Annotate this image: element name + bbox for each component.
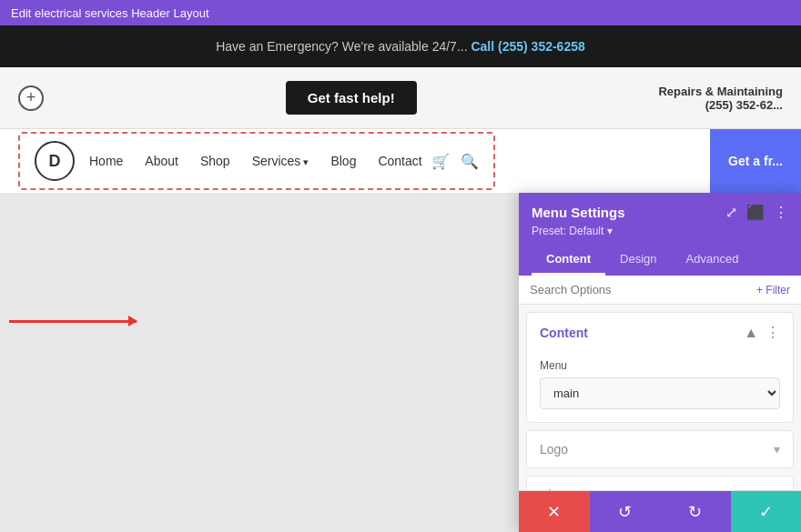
panel-header: Menu Settings ⤢ ⬛ ⋮ Preset: Default ▾ Co…	[519, 193, 801, 276]
redo-button[interactable]: ↻	[660, 491, 731, 532]
nav-contact[interactable]: Contact	[378, 154, 421, 168]
emergency-phone: Call (255) 352-6258	[471, 39, 584, 54]
nav-links: Home About Shop Services Blog Contact	[89, 154, 422, 168]
nav-shop[interactable]: Shop	[200, 154, 230, 168]
title-bar: Edit electrical services Header Layout	[0, 0, 801, 25]
reset-button[interactable]: ↺	[590, 491, 661, 532]
content-section-header[interactable]: Content ▲ ⋮	[527, 313, 793, 352]
nav-blog[interactable]: Blog	[330, 154, 356, 168]
add-button[interactable]: +	[18, 85, 44, 111]
panel-tabs: Content Design Advanced	[532, 245, 788, 276]
header-area: + Get fast help! Repairs & Maintaining (…	[0, 67, 801, 129]
nav-area: D Home About Shop Services Blog Contact …	[0, 129, 801, 193]
nav-about[interactable]: About	[145, 154, 178, 168]
menu-field-label: Menu	[540, 359, 780, 372]
tab-design[interactable]: Design	[605, 245, 671, 276]
title-bar-text: Edit electrical services Header Layout	[11, 6, 209, 20]
elements-section: Elements ▾	[526, 476, 794, 490]
menu-select[interactable]: main	[540, 377, 780, 409]
cart-icon[interactable]: 🛒	[431, 153, 450, 170]
elements-section-header[interactable]: Elements ▾	[527, 477, 793, 490]
panel-title-row: Menu Settings ⤢ ⬛ ⋮	[532, 204, 788, 221]
search-icon[interactable]: 🔍	[461, 153, 479, 170]
emergency-text: Have an Emergency? We're available 24/7.…	[216, 39, 467, 54]
get-fast-help-button[interactable]: Get fast help!	[286, 81, 417, 115]
content-section-icons: ▲ ⋮	[744, 324, 780, 341]
logo-section-title: Logo	[540, 442, 568, 457]
panel-title: Menu Settings	[532, 205, 625, 220]
search-options-input[interactable]	[530, 283, 749, 296]
nav-home[interactable]: Home	[89, 154, 123, 168]
panel-split-icon[interactable]: ⬛	[746, 204, 765, 221]
panel-body: + Filter Content ▲ ⋮ Menu main	[519, 276, 801, 490]
panel-expand-icon[interactable]: ⤢	[725, 204, 737, 221]
arrow-indicator	[9, 320, 137, 323]
menu-settings-panel: Menu Settings ⤢ ⬛ ⋮ Preset: Default ▾ Co…	[519, 193, 801, 532]
repairs-text: Repairs & Maintaining	[658, 85, 783, 98]
content-collapse-icon[interactable]: ▲	[744, 325, 758, 341]
cancel-button[interactable]: ✕	[519, 491, 590, 532]
tab-content[interactable]: Content	[532, 245, 605, 276]
emergency-banner: Have an Emergency? We're available 24/7.…	[0, 25, 801, 67]
header-left: +	[18, 85, 44, 111]
header-phone: (255) 352-62...	[658, 98, 783, 112]
nav-services[interactable]: Services	[252, 154, 309, 168]
content-section-title: Content	[540, 326, 588, 340]
logo-section-header[interactable]: Logo ▾	[527, 431, 793, 467]
panel-more-icon[interactable]: ⋮	[774, 204, 788, 221]
panel-icons: ⤢ ⬛ ⋮	[725, 204, 788, 221]
logo: D	[35, 141, 75, 181]
logo-chevron-icon[interactable]: ▾	[774, 442, 780, 457]
save-button[interactable]: ✓	[731, 491, 802, 532]
header-contact: Repairs & Maintaining (255) 352-62...	[658, 85, 783, 112]
nav-dashed-box: D Home About Shop Services Blog Contact …	[18, 132, 495, 190]
red-arrow	[9, 320, 137, 323]
content-section: Content ▲ ⋮ Menu main	[526, 312, 794, 423]
main-content: Menu Settings ⤢ ⬛ ⋮ Preset: Default ▾ Co…	[0, 193, 801, 532]
get-free-button[interactable]: Get a fr...	[710, 129, 801, 193]
bottom-bar: ✕ ↺ ↻ ✓	[519, 490, 801, 532]
search-options-row: + Filter	[519, 276, 801, 305]
panel-preset[interactable]: Preset: Default ▾	[532, 225, 788, 237]
content-more-icon[interactable]: ⋮	[766, 324, 780, 341]
tab-advanced[interactable]: Advanced	[672, 245, 754, 276]
content-section-body: Menu main	[527, 352, 793, 422]
filter-button[interactable]: + Filter	[756, 284, 790, 296]
logo-section: Logo ▾	[526, 430, 794, 468]
nav-icons: 🛒 🔍	[431, 153, 479, 170]
